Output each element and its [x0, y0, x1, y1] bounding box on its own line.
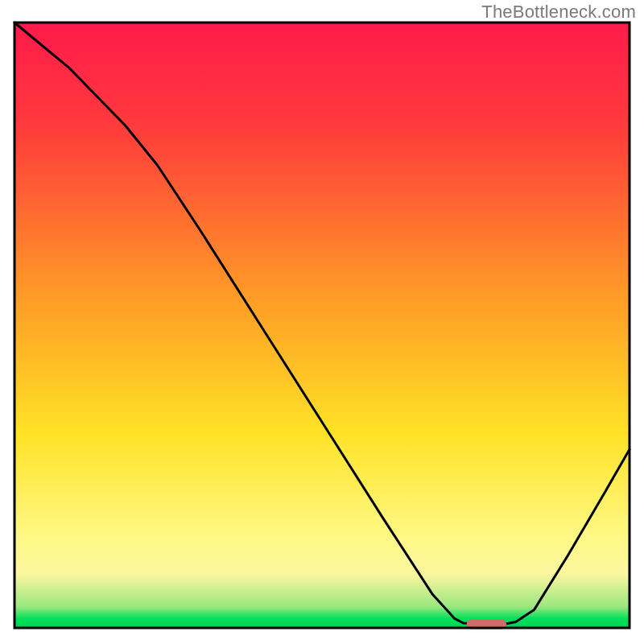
gradient-background: [14, 23, 630, 628]
bottleneck-chart: [0, 0, 644, 644]
chart-container: { "attribution": "TheBottleneck.com", "c…: [0, 0, 644, 644]
